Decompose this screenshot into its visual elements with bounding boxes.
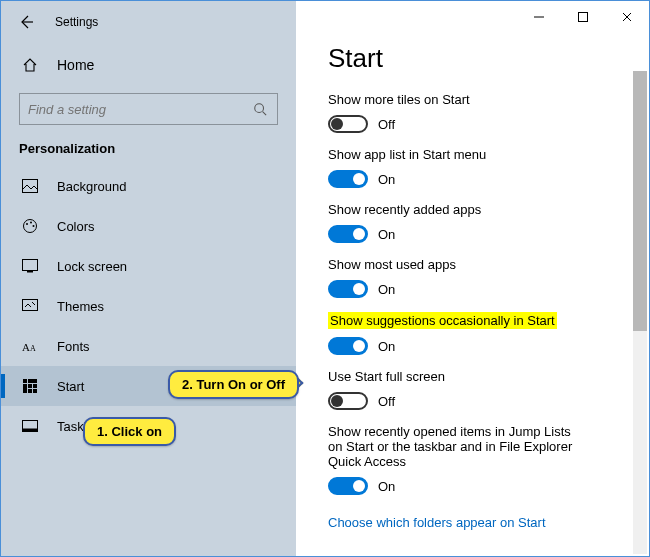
toggle-state: Off (378, 394, 395, 409)
svg-rect-14 (28, 384, 32, 388)
page-title: Start (328, 43, 625, 74)
annotation-step2: 2. Turn On or Off (168, 370, 299, 399)
setting-label: Show more tiles on Start (328, 92, 470, 107)
svg-rect-1 (23, 180, 38, 193)
toggle-state: On (378, 479, 395, 494)
search-box[interactable] (19, 93, 278, 125)
svg-text:A: A (30, 344, 36, 353)
svg-rect-15 (33, 384, 37, 388)
start-icon (19, 379, 41, 393)
toggle-state: On (378, 339, 395, 354)
nav-label: Lock screen (57, 259, 127, 274)
scrollbar-thumb[interactable] (633, 71, 647, 331)
nav-item-lock-screen[interactable]: Lock screen (1, 246, 296, 286)
toggle-jump-lists[interactable] (328, 477, 368, 495)
nav-label: Fonts (57, 339, 90, 354)
maximize-button[interactable] (561, 1, 605, 33)
scrollbar[interactable] (633, 71, 647, 554)
toggle-app-list[interactable] (328, 170, 368, 188)
app-title: Settings (55, 15, 98, 29)
svg-rect-12 (28, 379, 37, 383)
toggle-state: On (378, 172, 395, 187)
svg-rect-7 (27, 271, 33, 273)
setting-app-list: Show app list in Start menu On (328, 147, 625, 188)
svg-rect-8 (23, 300, 38, 311)
svg-rect-20 (579, 13, 588, 22)
setting-suggestions: Show suggestions occasionally in Start O… (328, 312, 625, 355)
setting-label: Show recently added apps (328, 202, 481, 217)
setting-label-highlighted: Show suggestions occasionally in Start (328, 312, 557, 329)
annotation-step1: 1. Click on (83, 417, 176, 446)
setting-label: Show app list in Start menu (328, 147, 486, 162)
toggle-recent-apps[interactable] (328, 225, 368, 243)
back-button[interactable] (15, 11, 37, 33)
content-pane: Start Show more tiles on Start Off Show … (296, 1, 649, 556)
setting-most-used: Show most used apps On (328, 257, 625, 298)
svg-point-4 (30, 222, 32, 224)
svg-point-2 (24, 220, 37, 233)
toggle-state: On (378, 282, 395, 297)
setting-fullscreen: Use Start full screen Off (328, 369, 625, 410)
lock-screen-icon (19, 259, 41, 273)
svg-text:A: A (22, 341, 30, 353)
svg-point-3 (26, 223, 28, 225)
search-input[interactable] (28, 102, 253, 117)
nav-label: Start (57, 379, 84, 394)
nav-label: Themes (57, 299, 104, 314)
svg-rect-6 (23, 260, 38, 271)
palette-icon (19, 218, 41, 234)
toggle-most-used[interactable] (328, 280, 368, 298)
svg-rect-13 (23, 384, 27, 393)
toggle-state: Off (378, 117, 395, 132)
setting-label: Use Start full screen (328, 369, 445, 384)
window-controls (517, 1, 649, 33)
setting-recent-apps: Show recently added apps On (328, 202, 625, 243)
nav-item-colors[interactable]: Colors (1, 206, 296, 246)
nav-label: Background (57, 179, 126, 194)
nav-item-themes[interactable]: Themes (1, 286, 296, 326)
svg-rect-17 (33, 389, 37, 393)
nav-list: Background Colors Lock screen Themes AA … (1, 166, 296, 446)
titlebar-left: Settings (1, 1, 296, 43)
toggle-fullscreen[interactable] (328, 392, 368, 410)
minimize-button[interactable] (517, 1, 561, 33)
content-inner: Start Show more tiles on Start Off Show … (296, 1, 649, 556)
search-icon (253, 102, 269, 116)
choose-folders-link[interactable]: Choose which folders appear on Start (328, 515, 546, 530)
setting-more-tiles: Show more tiles on Start Off (328, 92, 625, 133)
nav-home[interactable]: Home (1, 47, 296, 83)
toggle-state: On (378, 227, 395, 242)
fonts-icon: AA (19, 339, 41, 353)
home-label: Home (57, 57, 94, 73)
setting-label: Show most used apps (328, 257, 456, 272)
svg-point-0 (255, 104, 264, 113)
svg-point-5 (33, 225, 35, 227)
taskbar-icon (19, 420, 41, 432)
svg-rect-11 (23, 379, 27, 383)
toggle-more-tiles[interactable] (328, 115, 368, 133)
settings-window: Settings Home Personalization Background… (0, 0, 650, 557)
nav-label: Colors (57, 219, 95, 234)
nav-item-fonts[interactable]: AA Fonts (1, 326, 296, 366)
category-label: Personalization (1, 125, 296, 166)
close-button[interactable] (605, 1, 649, 33)
sidebar: Settings Home Personalization Background… (1, 1, 296, 556)
nav-item-background[interactable]: Background (1, 166, 296, 206)
setting-label: Show recently opened items in Jump Lists… (328, 424, 588, 469)
svg-rect-19 (23, 429, 38, 432)
setting-jump-lists: Show recently opened items in Jump Lists… (328, 424, 625, 495)
toggle-suggestions[interactable] (328, 337, 368, 355)
svg-rect-16 (28, 389, 32, 393)
home-icon (19, 57, 41, 73)
themes-icon (19, 299, 41, 313)
picture-icon (19, 179, 41, 193)
